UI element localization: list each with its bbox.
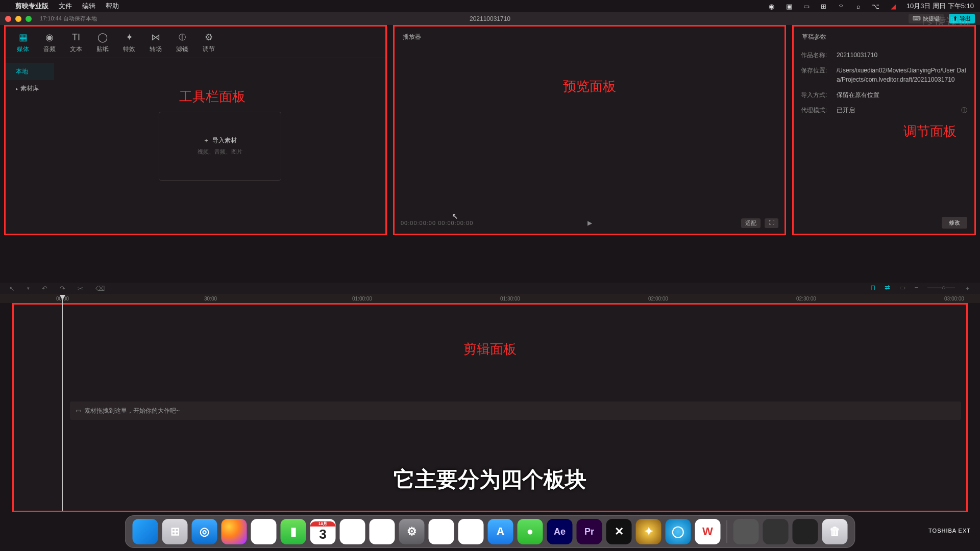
text-icon: TI xyxy=(70,32,82,43)
project-title: 202110031710 xyxy=(470,15,510,22)
dock-app-settings[interactable]: ⚙ xyxy=(399,519,425,544)
dock-trash[interactable]: 🗑 xyxy=(822,519,848,544)
dock-app-finalcut[interactable]: ✦ xyxy=(636,519,662,544)
tab-effect[interactable]: ✦特效 xyxy=(123,32,135,54)
dock-app-aftereffects[interactable]: Ae xyxy=(547,519,573,544)
menu-help[interactable]: 帮助 xyxy=(106,2,119,11)
dock-recent-2[interactable] xyxy=(763,519,789,544)
menu-app[interactable]: 剪映专业版 xyxy=(15,2,48,11)
tab-filter[interactable]: ⦷滤镜 xyxy=(176,32,188,54)
dock-app-chrome-like[interactable]: ◯ xyxy=(666,519,691,544)
sidebar-library[interactable]: ▸素材库 xyxy=(6,80,54,97)
minimize-button[interactable] xyxy=(15,16,21,22)
dock-app-premiere[interactable]: Pr xyxy=(577,519,602,544)
undo-icon[interactable]: ↶ xyxy=(42,285,47,292)
link-icon[interactable]: ⇄ xyxy=(885,284,890,293)
track-placeholder: 素材拖拽到这里，开始你的大作吧~ xyxy=(84,407,180,415)
preview-icon[interactable]: ▭ xyxy=(899,284,905,293)
dock-recent-1[interactable] xyxy=(733,519,759,544)
sticker-icon: ◯ xyxy=(97,32,108,43)
dock-app-firefox[interactable] xyxy=(222,519,247,544)
info-icon[interactable]: ⓘ xyxy=(961,106,967,115)
status-icon-1[interactable]: ◉ xyxy=(768,2,776,10)
tick: 01:30:00 xyxy=(500,296,520,302)
tab-text[interactable]: TI文本 xyxy=(70,32,82,54)
import-area: ＋导入素材 视频、音频、图片 xyxy=(54,58,385,234)
tab-sticker[interactable]: ◯贴纸 xyxy=(96,32,109,54)
dock-app-wps[interactable]: W xyxy=(695,519,721,544)
disk-label[interactable]: TOSHIBA EXT xyxy=(928,528,971,534)
dock-app-safari[interactable]: ◎ xyxy=(192,519,217,544)
status-icon-2[interactable]: ▣ xyxy=(785,2,793,10)
dock-app-photos[interactable]: ✿ xyxy=(251,519,277,544)
dock-app-capcut[interactable]: ✕ xyxy=(606,519,632,544)
media-icon: ▦ xyxy=(17,32,29,43)
tab-transition[interactable]: ⋈转场 xyxy=(150,32,162,54)
maximize-button[interactable] xyxy=(26,16,32,22)
props-header: 草稿参数 xyxy=(794,27,974,47)
control-center-icon[interactable]: ⌥ xyxy=(872,2,880,10)
prop-row-path: 保存位置: /Users/ixuedian02/Movies/JianyingP… xyxy=(794,63,974,87)
dock-app-pages[interactable]: ✎ xyxy=(458,519,484,544)
play-button[interactable]: ▶ xyxy=(587,219,592,227)
grid-icon[interactable]: ⊞ xyxy=(820,2,828,10)
dock-app-launchpad[interactable]: ⊞ xyxy=(162,519,188,544)
screen-mirror-icon[interactable]: ▭ xyxy=(802,2,811,10)
timeline-ruler[interactable]: 00:00 30:00 01:00:00 01:30:00 02:00:00 0… xyxy=(0,294,980,303)
dock-app-notes[interactable] xyxy=(340,519,365,544)
tab-media[interactable]: ▦媒体 xyxy=(17,32,29,54)
media-sidebar: 本地 ▸素材库 xyxy=(6,58,54,234)
adjust-icon: ⚙ xyxy=(203,32,214,43)
tool-tabs: ▦媒体 ◉音频 TI文本 ◯贴纸 ✦特效 ⋈转场 ⦷滤镜 ⚙调节 xyxy=(6,27,385,58)
menubar-datetime[interactable]: 10月3日 周日 下午5:10 xyxy=(906,2,974,11)
import-box[interactable]: ＋导入素材 视频、音频、图片 xyxy=(159,112,281,181)
ratio-button[interactable]: 适配 xyxy=(741,218,761,228)
import-sub: 视频、音频、图片 xyxy=(198,148,242,156)
tab-adjust[interactable]: ⚙调节 xyxy=(203,32,215,54)
prop-row-name: 作品名称: 202110031710 xyxy=(794,47,974,63)
zoom-in-icon[interactable]: ＋ xyxy=(964,284,971,293)
mac-dock: ⊞◎✿▮10月3•⚙▮✎A●AePr✕✦◯W 🗑 xyxy=(125,515,855,548)
pointer-tool-icon[interactable]: ↖ xyxy=(9,285,15,292)
close-button[interactable] xyxy=(5,16,11,22)
subtitle-text: 它主要分为四个板块 xyxy=(394,465,586,494)
tick: 30:00 xyxy=(204,296,217,302)
transition-icon: ⋈ xyxy=(150,32,161,43)
zoom-out-icon[interactable]: − xyxy=(915,284,919,293)
zoom-slider[interactable]: ───○── xyxy=(927,284,955,293)
wifi-icon[interactable]: ⌔ xyxy=(837,2,845,10)
timeline-track[interactable]: ▭ 素材拖拽到这里，开始你的大作吧~ xyxy=(70,402,961,420)
search-icon[interactable]: ⌕ xyxy=(854,2,863,10)
dock-recent-3[interactable] xyxy=(793,519,818,544)
effect-icon: ✦ xyxy=(124,32,135,43)
fullscreen-button[interactable]: ⛶ xyxy=(765,218,778,228)
audio-icon: ◉ xyxy=(44,32,55,43)
cut-icon[interactable]: ✂ xyxy=(78,285,83,292)
magnet-icon[interactable]: ⊓ xyxy=(870,284,875,293)
properties-panel: 草稿参数 作品名称: 202110031710 保存位置: /Users/ixu… xyxy=(792,25,976,235)
timecode: 00:00:00:00 00:00:00:00 xyxy=(401,220,473,226)
dock-app-numbers[interactable]: ▮ xyxy=(429,519,454,544)
dock-app-reminders[interactable]: • xyxy=(370,519,395,544)
preview-header: 播放器 xyxy=(395,27,785,47)
dock-app-wechat[interactable]: ● xyxy=(518,519,543,544)
player-controls: 00:00:00:00 00:00:00:00 ▶ 适配 ⛶ xyxy=(401,216,778,230)
sidebar-local[interactable]: 本地 xyxy=(6,63,54,80)
modify-button[interactable]: 修改 xyxy=(942,217,967,229)
menu-file[interactable]: 文件 xyxy=(59,2,72,11)
delete-icon[interactable]: ⌫ xyxy=(95,285,105,292)
flag-icon[interactable]: ◢ xyxy=(889,2,897,10)
dock-app-appstore[interactable]: A xyxy=(488,519,513,544)
window-controls xyxy=(5,16,32,22)
redo-icon[interactable]: ↷ xyxy=(60,285,65,292)
prop-row-import: 导入方式: 保留在原有位置 xyxy=(794,87,974,103)
tab-audio[interactable]: ◉音频 xyxy=(43,32,56,54)
dock-app-finder[interactable] xyxy=(133,519,158,544)
playhead[interactable] xyxy=(62,295,63,511)
dropdown-icon[interactable]: ▾ xyxy=(27,286,30,291)
dock-app-calendar[interactable]: 10月3 xyxy=(310,519,336,544)
menu-edit[interactable]: 编辑 xyxy=(82,2,95,11)
dock-app-facetime[interactable]: ▮ xyxy=(281,519,306,544)
preview-panel: 播放器 预览面板 ↖ 00:00:00:00 00:00:00:00 ▶ 适配 … xyxy=(393,25,786,235)
tick: 01:00:00 xyxy=(352,296,372,302)
